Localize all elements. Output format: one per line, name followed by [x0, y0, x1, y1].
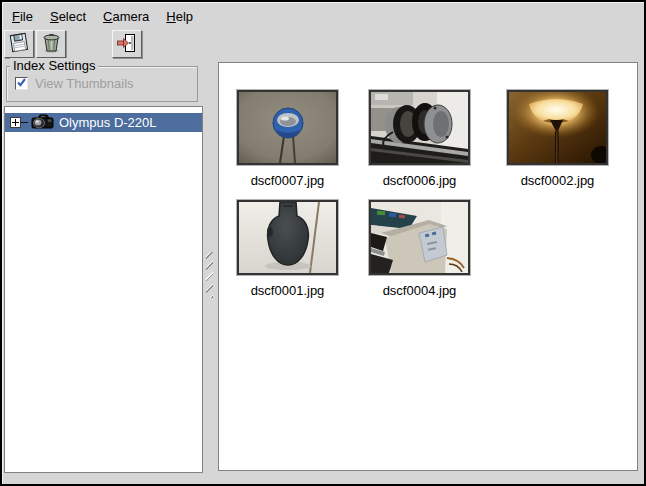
view-thumbnails-checkbox[interactable]	[15, 77, 28, 90]
tree-branch-line	[21, 122, 28, 123]
view-thumbnails-option[interactable]: View Thumbnails	[15, 76, 134, 91]
delete-button[interactable]	[36, 30, 66, 58]
thumbnail-image-dscf0001[interactable]	[237, 200, 338, 275]
tree-item-label: Olympus D-220L	[59, 115, 157, 130]
expander-plus-icon[interactable]	[10, 117, 21, 128]
floppy-disk-icon	[8, 32, 30, 57]
gtkam-window: File Select Camera Help	[0, 0, 646, 486]
thumbnail-image-dscf0004[interactable]	[369, 200, 470, 275]
exit-button[interactable]	[112, 30, 142, 58]
menu-help[interactable]: Help	[164, 6, 195, 27]
checkmark-icon	[16, 76, 27, 91]
menubar: File Select Camera Help	[10, 5, 640, 27]
menu-select[interactable]: Select	[48, 6, 88, 27]
camera-icon	[29, 113, 55, 133]
thumbnail-filename[interactable]: dscf0004.jpg	[349, 283, 490, 298]
menu-camera[interactable]: Camera	[101, 6, 151, 27]
thumbnail-filename[interactable]: dscf0002.jpg	[487, 173, 628, 188]
thumbnail-filename[interactable]: dscf0006.jpg	[349, 173, 490, 188]
exit-door-icon	[116, 32, 138, 57]
frame-title: Index Settings	[10, 58, 98, 73]
camera-tree[interactable]: Olympus D-220L	[4, 106, 203, 473]
view-thumbnails-label: View Thumbnails	[35, 76, 134, 91]
thumbnail-image-dscf0007[interactable]	[237, 90, 338, 165]
thumbnail-image-dscf0006[interactable]	[369, 90, 470, 165]
save-button[interactable]	[4, 30, 34, 58]
thumbnail-filename[interactable]: dscf0001.jpg	[217, 283, 358, 298]
pane-splitter-grip[interactable]	[206, 252, 213, 298]
index-settings-frame: Index Settings View Thumbnails	[6, 66, 198, 102]
thumbnail-panel: dscf0007.jpg	[218, 62, 638, 471]
tree-item-olympus[interactable]: Olympus D-220L	[5, 113, 202, 132]
thumbnail-filename[interactable]: dscf0007.jpg	[217, 173, 358, 188]
thumbnail-image-dscf0002[interactable]	[507, 90, 608, 165]
menu-file[interactable]: File	[10, 6, 35, 27]
trash-icon	[40, 32, 62, 57]
